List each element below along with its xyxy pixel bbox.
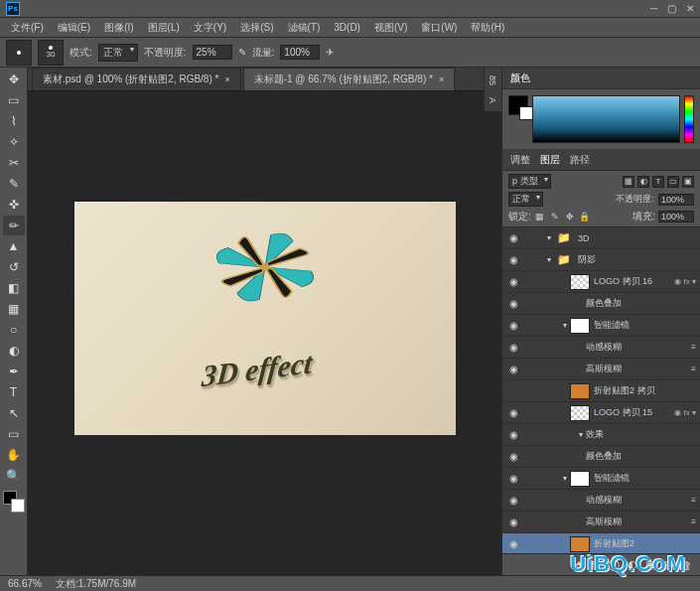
filter-type-icon[interactable]: T — [652, 176, 664, 188]
layer-name[interactable]: 高斯模糊 — [586, 516, 689, 528]
layer-name[interactable]: 3D — [578, 233, 696, 243]
visibility-icon[interactable]: ◉ — [502, 364, 524, 374]
lock-paint-icon[interactable]: ✎ — [549, 211, 561, 222]
adjust-tab[interactable]: 调整 — [510, 153, 530, 167]
lock-trans-icon[interactable]: ▦ — [534, 211, 546, 222]
visibility-icon[interactable]: ◉ — [502, 517, 524, 527]
crop-tool[interactable]: ✂ — [3, 153, 25, 173]
menu-view[interactable]: 视图(V) — [369, 19, 412, 37]
layers-tab[interactable]: 图层 — [540, 153, 560, 167]
blend-mode-select[interactable]: 正常 — [98, 44, 138, 62]
gradient-tool[interactable]: ▦ — [3, 299, 25, 319]
filter-shape-icon[interactable]: ▭ — [667, 176, 679, 188]
layer-name[interactable]: 效果 — [586, 428, 696, 441]
menu-filter[interactable]: 滤镜(T) — [283, 19, 326, 37]
close-icon[interactable]: × — [224, 74, 229, 84]
vtab-0[interactable]: 85 — [487, 74, 499, 87]
layer-row[interactable]: ◉LOGO 拷贝 16◉ fx ▾ — [502, 271, 700, 293]
visibility-icon[interactable]: ◉ — [502, 385, 524, 396]
filter-options-icon[interactable]: ≡ — [691, 496, 696, 505]
heal-tool[interactable]: ✜ — [3, 195, 25, 215]
visibility-icon[interactable]: ◉ — [502, 429, 524, 440]
layer-row[interactable]: ◉颜色叠加 — [502, 446, 700, 468]
layer-opacity-input[interactable]: 100% — [658, 194, 694, 206]
layer-name[interactable]: 阴影 — [578, 253, 696, 266]
layer-name[interactable]: 动感模糊 — [586, 494, 689, 507]
canvas-area[interactable]: 3D effect — [28, 91, 501, 575]
color-tab[interactable]: 颜色 — [510, 72, 530, 85]
filter-options-icon[interactable]: ≡ — [691, 517, 696, 526]
layer-name[interactable]: LOGO 拷贝 16 — [594, 275, 671, 288]
opacity-pressure-icon[interactable]: ✎ — [238, 47, 246, 58]
expand-icon[interactable]: ▾ — [560, 474, 570, 483]
hue-slider[interactable] — [684, 95, 694, 143]
layer-name[interactable]: 折射贴图2 — [594, 537, 696, 550]
layer-row[interactable]: ◉▾效果 — [502, 424, 700, 446]
move-tool[interactable]: ✥ — [3, 70, 25, 89]
expand-icon[interactable]: ▾ — [544, 255, 554, 264]
filter-pixel-icon[interactable]: ▦ — [623, 176, 634, 188]
layer-name[interactable]: 智能滤镜 — [594, 319, 696, 332]
background-color[interactable] — [11, 499, 25, 513]
layer-row[interactable]: ◉动感模糊≡ — [502, 490, 700, 512]
filter-options-icon[interactable]: ≡ — [691, 343, 696, 352]
visibility-icon[interactable]: ◉ — [502, 473, 524, 484]
visibility-icon[interactable]: ◉ — [502, 495, 524, 506]
layer-row[interactable]: ◉折射贴图2 — [502, 533, 700, 553]
lock-all-icon[interactable]: 🔒 — [579, 211, 591, 222]
layer-name[interactable]: 动感模糊 — [586, 341, 689, 354]
menu-edit[interactable]: 编辑(E) — [53, 19, 95, 37]
flow-input[interactable]: 100% — [280, 45, 320, 60]
maximize-button[interactable]: ▢ — [667, 3, 676, 14]
paths-tab[interactable]: 路径 — [570, 153, 590, 167]
marquee-tool[interactable]: ▭ — [3, 90, 25, 110]
filter-adjust-icon[interactable]: ◐ — [637, 176, 649, 188]
canvas[interactable]: 3D effect — [74, 202, 456, 435]
document-tab-1[interactable]: 未标题-1 @ 66.7% (折射贴图2, RGB/8) *× — [243, 68, 455, 90]
layer-thumbnail[interactable]: 📁 — [554, 252, 574, 268]
layer-row[interactable]: ◉折射贴图2 拷贝 — [502, 380, 700, 402]
expand-icon[interactable]: ▾ — [544, 233, 554, 242]
stamp-tool[interactable]: ▲ — [3, 236, 25, 256]
layer-thumbnail[interactable]: 📁 — [554, 230, 574, 246]
airbrush-icon[interactable]: ✈ — [326, 47, 334, 58]
type-tool[interactable]: T — [3, 382, 25, 402]
layer-kind-select[interactable]: p 类型 — [508, 174, 551, 189]
layer-thumbnail[interactable] — [570, 383, 590, 399]
layer-row[interactable]: ◉高斯模糊≡ — [502, 359, 700, 380]
eraser-tool[interactable]: ◧ — [3, 278, 25, 298]
opacity-input[interactable]: 25% — [193, 45, 232, 60]
visibility-icon[interactable]: ◉ — [502, 320, 524, 331]
layer-name[interactable]: LOGO 拷贝 15 — [594, 406, 671, 419]
fx-badge[interactable]: ◉ fx ▾ — [674, 408, 696, 417]
visibility-icon[interactable]: ◉ — [502, 342, 524, 353]
visibility-icon[interactable]: ◉ — [502, 451, 524, 462]
layer-name[interactable]: 折射贴图2 拷贝 — [594, 384, 696, 397]
expand-icon[interactable]: ▾ — [560, 321, 570, 330]
layer-row[interactable]: ◉动感模糊≡ — [502, 337, 700, 359]
layer-thumbnail[interactable] — [570, 318, 590, 334]
layer-name[interactable]: 颜色叠加 — [586, 450, 696, 463]
filter-options-icon[interactable]: ≡ — [691, 365, 696, 373]
minimize-button[interactable]: ─ — [650, 3, 657, 14]
document-tab-0[interactable]: 素材.psd @ 100% (折射贴图2, RGB/8) *× — [32, 68, 241, 90]
layer-name[interactable]: 颜色叠加 — [586, 297, 696, 310]
menu-help[interactable]: 帮助(H) — [466, 19, 509, 37]
menu-type[interactable]: 文字(Y) — [189, 19, 231, 37]
tool-preset-button[interactable] — [6, 40, 32, 66]
wand-tool[interactable]: ✧ — [3, 132, 25, 152]
layer-thumbnail[interactable] — [570, 536, 590, 552]
visibility-icon[interactable]: ◉ — [502, 232, 524, 243]
close-button[interactable]: ✕ — [686, 3, 694, 14]
visibility-icon[interactable]: ◉ — [502, 298, 524, 309]
fx-badge[interactable]: ◉ fx ▾ — [674, 277, 696, 286]
lock-pos-icon[interactable]: ✥ — [564, 211, 576, 222]
layer-row[interactable]: ◉▾📁阴影 — [502, 249, 700, 271]
blur-tool[interactable]: ○ — [3, 320, 25, 340]
hand-tool[interactable]: ✋ — [3, 445, 25, 465]
layer-thumbnail[interactable] — [570, 405, 590, 421]
pen-tool[interactable]: ✒ — [3, 362, 25, 381]
layer-row[interactable]: ◉▾智能滤镜 — [502, 315, 700, 337]
visibility-icon[interactable]: ◉ — [502, 538, 524, 549]
layer-row[interactable]: ◉LOGO 拷贝 15◉ fx ▾ — [502, 402, 700, 424]
